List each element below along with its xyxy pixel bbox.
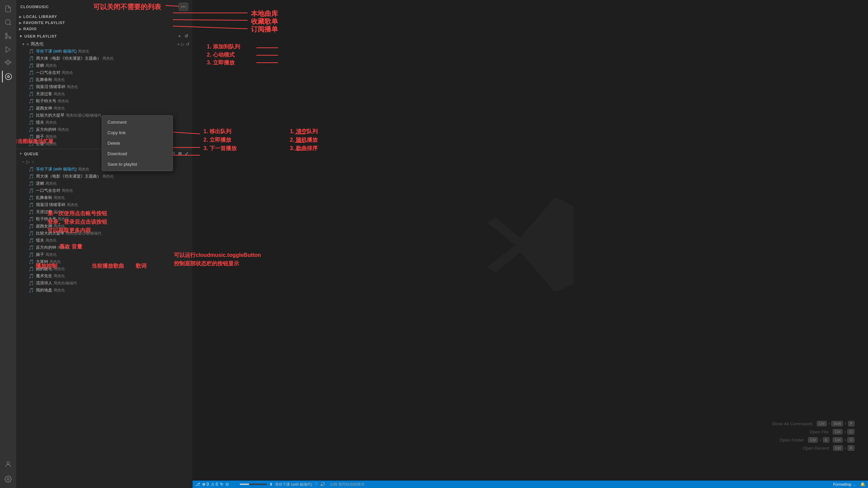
queue-expand-icon[interactable]: ⤢ (184, 150, 190, 157)
queue-music-icon: 🎵 (28, 245, 34, 250)
playlist-more-icon[interactable]: ↺ (186, 42, 190, 47)
music-activity-icon[interactable] (2, 70, 14, 83)
radio-section[interactable]: ▶ RADIO (16, 26, 192, 32)
queue-add-icon[interactable]: ⊞ (177, 150, 183, 157)
shortcut-open-file: Open File Ctrl + O (772, 429, 854, 434)
queue-song-item[interactable]: 🎵流浪诗人周杰伦/杨瑞代 (16, 280, 192, 287)
queue-song-item[interactable]: 🎵逆鳞周杰伦 (16, 180, 192, 187)
queue-song-item[interactable]: 🎵周大侠（电影《功夫灌篮》主题曲）周杰伦 (16, 173, 192, 180)
song-artist: 周杰伦 (62, 70, 73, 75)
search-activity-icon[interactable] (2, 16, 14, 28)
user-playlist-chevron: ▼ (19, 34, 23, 38)
play-playlist-icon[interactable]: ▷ (181, 42, 184, 47)
vscode-logo-svg (479, 189, 581, 291)
queue-song-item[interactable]: 🎵一口气全念对周杰伦 (16, 187, 192, 194)
copy-link-menu-item[interactable]: Copy link (102, 127, 173, 138)
shortcut-show-all: Show All Commands Ctrl + Shift + P (772, 421, 854, 426)
song-artist: 周杰伦 (54, 77, 65, 82)
playlist-song-item[interactable]: 🎵天涯过客周杰伦 (16, 90, 192, 98)
shortcut-open-recent: Open Recent Ctrl + R (772, 445, 854, 451)
queue-song-item[interactable]: 🎵反方向的钟周杰伦 (16, 244, 192, 251)
extensions-activity-icon[interactable] (2, 57, 14, 69)
music-note-icon: 🎵 (28, 106, 34, 111)
sidebar-scroll[interactable]: ▶ LOCAL LIBRARY ▶ FAVORITE PLAYLIST ▶ RA… (16, 14, 192, 488)
local-library-section[interactable]: ▶ LOCAL LIBRARY (16, 14, 192, 20)
activity-bar (0, 0, 16, 488)
refresh-playlist-icon[interactable]: ↺ (183, 33, 190, 39)
progress-bar[interactable] (240, 484, 267, 485)
sidebar: CLOUDMUSIC ··· ▶ LOCAL LIBRARY ▶ FAVORIT… (16, 0, 193, 488)
warning-count[interactable]: ⚠ 0 (211, 482, 218, 487)
queue-song-artist: 周杰伦 (45, 238, 57, 243)
queue-up-icon[interactable]: ↑ (32, 159, 34, 164)
queue-song-item[interactable]: 🎵大笨钟周杰伦 (16, 258, 192, 265)
queue-song-item[interactable]: 🎵比较大的大提琴周杰伦/梁心颐/杨瑞代 (16, 230, 192, 237)
queue-song-item[interactable]: 🎵我的地盘周杰伦 (16, 287, 192, 294)
account-activity-icon[interactable] (2, 458, 14, 470)
run-activity-icon[interactable] (2, 43, 14, 56)
three-dots-button[interactable]: ··· (179, 3, 188, 11)
playlist-song-item[interactable]: 🎵我落泪 情绪零碎周杰伦 (16, 83, 192, 90)
settings-activity-icon[interactable] (2, 473, 14, 485)
error-count[interactable]: ⊕ 0 (202, 482, 209, 487)
song-artist: 周杰伦 (45, 141, 57, 146)
queue-play-icon[interactable]: ▷ (26, 159, 30, 164)
comment-menu-item[interactable]: Comment (102, 117, 173, 127)
queue-chevron: ▼ (19, 152, 23, 156)
queue-song-title: 她的睫毛 (36, 266, 52, 272)
playlist-folder-jay[interactable]: ▼ ≡ 周杰伦 + ▷ ↺ (16, 40, 192, 48)
queue-song-item[interactable]: 🎵她的睫毛周杰伦 (16, 265, 192, 272)
playlist-song-item[interactable]: 🎵乱舞春秋周杰伦 (16, 76, 192, 83)
playlist-song-item[interactable]: 🎵周大侠（电影《功夫灌篮》主题曲）周杰伦 (16, 55, 192, 62)
pause-btn[interactable]: ⏸ (269, 482, 273, 487)
playlist-song-item[interactable]: 🎵鞋子特大号周杰伦 (16, 98, 192, 105)
song-title: 天涯过客 (36, 91, 52, 97)
favorite-playlist-section[interactable]: ▶ FAVORITE PLAYLIST (16, 20, 192, 26)
sync-icon[interactable]: ↻ (220, 482, 223, 487)
heart-status-icon[interactable]: ♡ (314, 482, 318, 487)
queue-music-icon: 🎵 (28, 266, 34, 271)
playlist-song-item[interactable]: 🎵等你下课 (with 杨瑞代)周杰伦 (16, 48, 192, 55)
lyrics-status-btn[interactable]: 记得 我写给你的情书 (330, 482, 364, 487)
notification-icon[interactable]: 🔔 (860, 482, 865, 487)
user-playlist-section[interactable]: ▼ USER PLAYLIST + ↺ (16, 32, 192, 40)
playlist-song-item[interactable]: 🎵超跑女神周杰伦 (16, 105, 192, 112)
queue-minus-icon[interactable]: − (22, 159, 24, 164)
download-menu-item[interactable]: Download (102, 148, 173, 159)
queue-song-item[interactable]: 🎵我落泪 情绪零碎周杰伦 (16, 201, 192, 208)
add-song-icon[interactable]: + (177, 42, 180, 47)
add-playlist-icon[interactable]: + (177, 33, 182, 39)
sidebar-header: CLOUDMUSIC ··· (16, 0, 192, 14)
queue-song-item[interactable]: 🎵鞋子特大号周杰伦 (16, 216, 192, 223)
queue-song-item[interactable]: 🎵天涯过客周杰伦 (16, 208, 192, 216)
ctrl-key-3: Ctrl (808, 437, 818, 443)
save-to-playlist-menu-item[interactable]: Save to playlist (102, 159, 173, 169)
playlist-song-item[interactable]: 🎵一口气全念对周杰伦 (16, 69, 192, 76)
app-container: CLOUDMUSIC ··· ▶ LOCAL LIBRARY ▶ FAVORIT… (0, 0, 868, 488)
shift-key-1: Shift (831, 421, 843, 426)
queue-song-artist: 周杰伦 (54, 224, 65, 229)
progress-fill (240, 484, 249, 485)
volume-status-icon[interactable]: 🔊 (320, 482, 325, 487)
source-control-activity-icon[interactable] (2, 30, 14, 42)
playlist-song-item[interactable]: 🎵逆鳞周杰伦 (16, 62, 192, 69)
queue-song-item[interactable]: 🎵乱舞春秋周杰伦 (16, 194, 192, 201)
queue-song-item[interactable]: 🎵超跑女神周杰伦 (16, 223, 192, 230)
queue-song-item[interactable]: 🎵懦夫周杰伦 (16, 237, 192, 244)
queue-song-artist: 周杰伦 (54, 195, 65, 200)
status-bar: ⎇ ⊕ 0 ⚠ 0 ↻ ⊙ ⏸ 等你下课 (with 杨瑞代) ♡ 🔊 记得 我… (193, 481, 868, 488)
status-info-icon[interactable]: ⊙ (225, 482, 229, 487)
queue-song-item[interactable]: 🎵魔术先生周杰伦 (16, 272, 192, 280)
music-note-icon: 🎵 (28, 77, 34, 82)
files-activity-icon[interactable] (2, 3, 14, 15)
queue-song-title: 懦夫 (36, 238, 44, 243)
queue-song-item[interactable]: 🎵娘子周杰伦 (16, 251, 192, 258)
song-artist: 周杰伦 (54, 106, 65, 111)
status-player: ⏸ 等你下课 (with 杨瑞代) ♡ 🔊 记得 我写给你的情书 (240, 482, 364, 487)
queue-song-artist: 周杰伦 (62, 188, 73, 193)
git-branch-icon[interactable]: ⎇ (195, 482, 200, 487)
delete-menu-item[interactable]: Delete (102, 138, 173, 148)
o-key-2: O (847, 437, 854, 443)
queue-song-artist: 周杰伦 (45, 181, 57, 186)
queue-song-artist: 周杰伦 (50, 259, 61, 264)
